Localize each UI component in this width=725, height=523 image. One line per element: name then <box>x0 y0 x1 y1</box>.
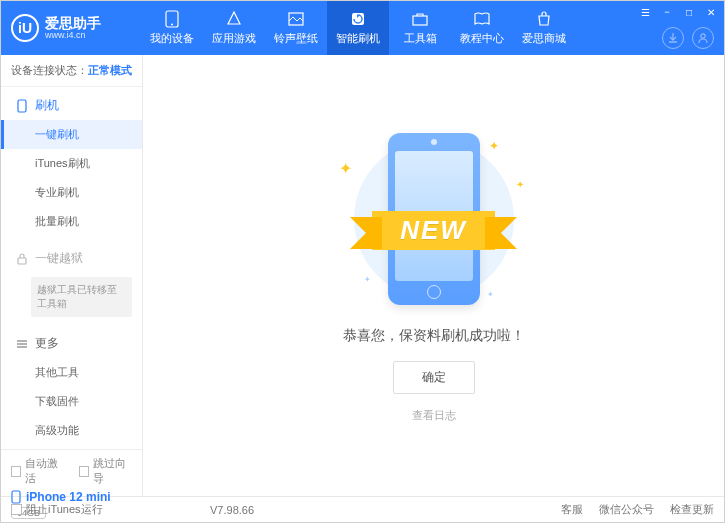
status-label: 设备连接状态： <box>11 64 88 76</box>
nav-store[interactable]: 爱思商城 <box>513 1 575 55</box>
success-illustration: NEW ✦ ✦ ✦ ✦ ✦ <box>339 129 529 309</box>
skip-guide-label: 跳过向导 <box>93 456 132 486</box>
lock-icon <box>15 252 29 266</box>
new-ribbon: NEW <box>372 211 495 250</box>
sidebar-item-advanced[interactable]: 高级功能 <box>1 416 142 445</box>
sidebar-item-oneclick[interactable]: 一键刷机 <box>1 120 142 149</box>
minimize-icon[interactable]: － <box>660 5 674 19</box>
block-itunes-label: 阻止iTunes运行 <box>26 502 103 517</box>
wechat-link[interactable]: 微信公众号 <box>599 502 654 517</box>
window-controls: ☰ － □ ✕ <box>638 5 718 19</box>
nav-label: 应用游戏 <box>212 31 256 46</box>
svg-point-5 <box>701 34 705 38</box>
nav-label: 智能刷机 <box>336 31 380 46</box>
menu-icon[interactable]: ☰ <box>638 5 652 19</box>
support-link[interactable]: 客服 <box>561 502 583 517</box>
star-icon: ✦ <box>364 275 371 284</box>
nav-apps[interactable]: 应用游戏 <box>203 1 265 55</box>
auto-activate-checkbox[interactable] <box>11 466 21 477</box>
check-update-link[interactable]: 检查更新 <box>670 502 714 517</box>
auto-activate-label: 自动激活 <box>25 456 64 486</box>
user-button[interactable] <box>692 27 714 49</box>
section-label: 一键越狱 <box>35 250 83 267</box>
logo-area: iU 爱思助手 www.i4.cn <box>1 14 141 42</box>
jailbreak-note: 越狱工具已转移至工具箱 <box>31 277 132 317</box>
sidebar-item-download[interactable]: 下载固件 <box>1 387 142 416</box>
section-label: 更多 <box>35 335 59 352</box>
sidebar-item-batch[interactable]: 批量刷机 <box>1 207 142 236</box>
sidebar-item-itunes[interactable]: iTunes刷机 <box>1 149 142 178</box>
sidebar-section-jailbreak[interactable]: 一键越狱 <box>1 244 142 273</box>
sidebar: 设备连接状态：正常模式 刷机 一键刷机 iTunes刷机 专业刷机 批量刷机 一… <box>1 55 143 496</box>
logo-icon: iU <box>11 14 39 42</box>
sidebar-item-pro[interactable]: 专业刷机 <box>1 178 142 207</box>
section-label: 刷机 <box>35 97 59 114</box>
nav-label: 爱思商城 <box>522 31 566 46</box>
book-icon <box>473 10 491 28</box>
star-icon: ✦ <box>339 159 352 178</box>
nav-label: 铃声壁纸 <box>274 31 318 46</box>
flash-section-icon <box>15 99 29 113</box>
nav-devices[interactable]: 我的设备 <box>141 1 203 55</box>
maximize-icon[interactable]: □ <box>682 5 696 19</box>
nav-flash[interactable]: 智能刷机 <box>327 1 389 55</box>
nav-label: 我的设备 <box>150 31 194 46</box>
more-icon <box>15 337 29 351</box>
store-icon <box>535 10 553 28</box>
status-mode: 正常模式 <box>88 64 132 76</box>
star-icon: ✦ <box>489 139 499 153</box>
svg-rect-6 <box>18 100 26 112</box>
svg-point-1 <box>171 24 173 26</box>
success-message: 恭喜您，保资料刷机成功啦！ <box>343 327 525 345</box>
wallpaper-icon <box>287 10 305 28</box>
apps-icon <box>225 10 243 28</box>
block-itunes-checkbox[interactable] <box>11 504 22 515</box>
nav-label: 工具箱 <box>404 31 437 46</box>
connection-status: 设备连接状态：正常模式 <box>1 55 142 87</box>
brand-url: www.i4.cn <box>45 30 101 41</box>
nav-tutorials[interactable]: 教程中心 <box>451 1 513 55</box>
svg-rect-4 <box>413 16 427 25</box>
skip-guide-checkbox[interactable] <box>79 466 89 477</box>
view-log-link[interactable]: 查看日志 <box>412 408 456 423</box>
version-label: V7.98.66 <box>210 504 254 516</box>
nav-toolbox[interactable]: 工具箱 <box>389 1 451 55</box>
main-nav: 我的设备 应用游戏 铃声壁纸 智能刷机 工具箱 教程中心 爱思商城 <box>141 1 575 55</box>
nav-ringtones[interactable]: 铃声壁纸 <box>265 1 327 55</box>
svg-rect-7 <box>18 258 26 264</box>
refresh-icon <box>349 10 367 28</box>
toolbox-icon <box>411 10 429 28</box>
confirm-button[interactable]: 确定 <box>393 361 475 394</box>
download-button[interactable] <box>662 27 684 49</box>
phone-icon <box>163 10 181 28</box>
star-icon: ✦ <box>516 179 524 190</box>
close-icon[interactable]: ✕ <box>704 5 718 19</box>
nav-label: 教程中心 <box>460 31 504 46</box>
sidebar-section-more[interactable]: 更多 <box>1 329 142 358</box>
star-icon: ✦ <box>487 290 494 299</box>
sidebar-item-other[interactable]: 其他工具 <box>1 358 142 387</box>
app-header: iU 爱思助手 www.i4.cn 我的设备 应用游戏 铃声壁纸 智能刷机 工具… <box>1 1 724 55</box>
sidebar-section-flash[interactable]: 刷机 <box>1 91 142 120</box>
main-content: NEW ✦ ✦ ✦ ✦ ✦ 恭喜您，保资料刷机成功啦！ 确定 查看日志 <box>143 55 724 496</box>
brand-title: 爱思助手 <box>45 16 101 30</box>
